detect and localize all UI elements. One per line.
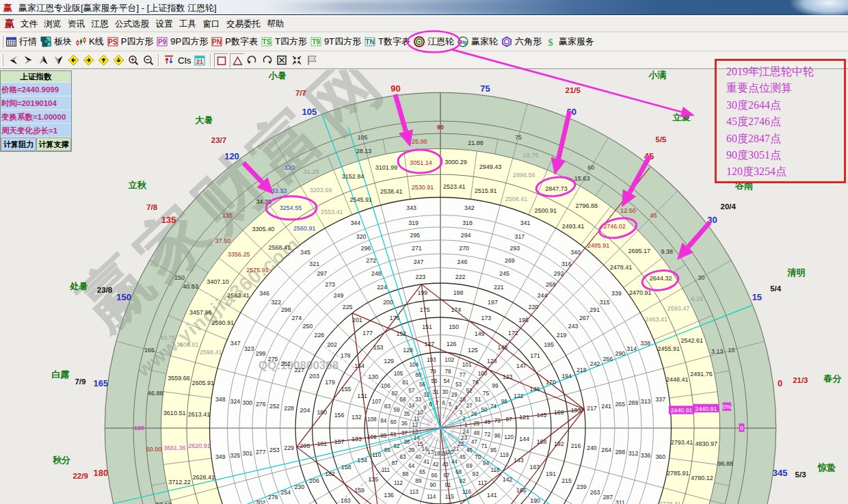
- menu-item-5[interactable]: 公式选股: [115, 18, 149, 30]
- box-x-icon[interactable]: [276, 55, 288, 66]
- diamond-right-icon[interactable]: [83, 55, 94, 66]
- svg-text:50.00: 50.00: [146, 446, 162, 453]
- zoom-out-icon[interactable]: [143, 55, 155, 66]
- svg-text:114: 114: [427, 494, 436, 500]
- pn-icon: PN: [211, 36, 223, 47]
- toolbar-button-9P四方形[interactable]: P99P四方形: [157, 36, 208, 48]
- svg-text:265: 265: [615, 401, 625, 408]
- triangle-icon[interactable]: [230, 53, 244, 68]
- svg-text:2: 2: [462, 416, 466, 422]
- svg-text:270: 270: [459, 245, 469, 252]
- svg-text:115: 115: [445, 494, 454, 500]
- svg-text:21.88: 21.88: [468, 140, 483, 146]
- toolbar-button-9T四方形[interactable]: T99T四方形: [310, 36, 361, 48]
- calc-support-button[interactable]: 计算支撑: [36, 137, 71, 151]
- rotate-ccw-icon[interactable]: [246, 55, 258, 66]
- svg-text:220: 220: [529, 304, 539, 310]
- toolbar-button-赢家轮[interactable]: Big赢家轮: [458, 36, 498, 48]
- toolbar-button-T四方形[interactable]: TST四方形: [261, 36, 307, 48]
- svg-text:171: 171: [530, 352, 540, 359]
- zoom-in-icon[interactable]: [128, 55, 140, 66]
- svg-text:252: 252: [269, 403, 280, 410]
- next-icon[interactable]: [23, 55, 34, 66]
- prev-icon[interactable]: [8, 55, 19, 66]
- menu-item-4[interactable]: 江恩: [92, 18, 109, 30]
- toolbar-grip: [1, 36, 3, 48]
- svg-text:30: 30: [442, 389, 449, 395]
- svg-text:348: 348: [215, 396, 226, 403]
- cls-button[interactable]: Cls: [178, 55, 191, 66]
- svg-text:157: 157: [334, 438, 345, 445]
- svg-text:3203.69: 3203.69: [310, 187, 332, 194]
- menu-item-8[interactable]: 窗口: [203, 18, 220, 30]
- svg-text:170: 170: [546, 379, 556, 386]
- updown-icon[interactable]: [163, 55, 175, 66]
- calendar-icon[interactable]: 21: [194, 55, 206, 66]
- svg-text:301: 301: [243, 450, 253, 457]
- menu-item-3[interactable]: 资讯: [68, 18, 85, 30]
- menu-item-6[interactable]: 设置: [156, 18, 173, 30]
- svg-text:2593.47: 2593.47: [667, 305, 690, 312]
- toolbar-button-赢家服务[interactable]: $赢家服务: [545, 36, 594, 48]
- svg-text:229: 229: [284, 445, 294, 451]
- diamond-up-icon[interactable]: [98, 55, 109, 66]
- menu-item-9[interactable]: 交易委托: [226, 18, 261, 30]
- square-icon[interactable]: [214, 53, 228, 68]
- toolbar-button-P四方形[interactable]: PSP四方形: [107, 36, 154, 48]
- svg-text:312: 312: [628, 450, 639, 457]
- flag-icon[interactable]: [306, 55, 318, 66]
- svg-text:173: 173: [481, 315, 492, 321]
- svg-text:P9: P9: [158, 38, 167, 46]
- svg-text:247: 247: [414, 258, 424, 265]
- svg-text:处暑: 处暑: [69, 281, 88, 291]
- svg-text:57: 57: [408, 388, 415, 394]
- svg-text:白露: 白露: [51, 369, 69, 380]
- svg-text:241: 241: [601, 403, 611, 410]
- toolbar-button-P数字表[interactable]: PNP数字表: [211, 36, 258, 48]
- rotate-cw-icon[interactable]: [261, 55, 273, 66]
- svg-text:0: 0: [740, 425, 743, 432]
- menu-item-10[interactable]: 帮助: [267, 18, 284, 30]
- svg-text:26: 26: [471, 411, 478, 417]
- svg-text:5/3: 5/3: [795, 470, 806, 479]
- svg-text:206: 206: [309, 477, 319, 484]
- toolbar-button-label: 9T四方形: [324, 36, 361, 48]
- toolbar-button-江恩轮[interactable]: 江恩轮: [414, 36, 454, 48]
- svg-text:3254.55: 3254.55: [280, 204, 302, 211]
- svg-text:3712.22: 3712.22: [168, 479, 191, 486]
- diamond-down-icon[interactable]: [113, 55, 124, 66]
- center-arrows-icon[interactable]: [291, 55, 303, 66]
- svg-text:46: 46: [466, 447, 473, 453]
- svg-text:2583.41: 2583.41: [227, 292, 250, 299]
- svg-text:74: 74: [490, 403, 497, 410]
- svg-text:217: 217: [587, 405, 597, 412]
- svg-text:小暑: 小暑: [268, 70, 287, 81]
- tri-up-icon[interactable]: [38, 55, 49, 66]
- toolbar-button-T数字表[interactable]: TNT数字表: [365, 36, 410, 48]
- toolbar-button-板块[interactable]: 板块: [40, 36, 72, 48]
- toolbar-button-label: T数字表: [378, 36, 410, 48]
- tri-down-icon[interactable]: [53, 55, 64, 66]
- calc-resistance-button[interactable]: 计算阻力: [1, 137, 36, 151]
- svg-text:2847.73: 2847.73: [545, 185, 568, 192]
- toolbar-button-行情[interactable]: 行情: [5, 36, 37, 48]
- toolbar-button-K线[interactable]: K线: [75, 36, 104, 48]
- svg-text:119: 119: [500, 452, 509, 458]
- menu-item-7[interactable]: 工具: [179, 18, 196, 30]
- toolbar-button-六角形[interactable]: 六角形: [501, 36, 542, 48]
- svg-text:168: 168: [537, 438, 547, 445]
- diamond-left-icon[interactable]: [68, 55, 79, 66]
- menu-item-2[interactable]: 浏览: [44, 18, 62, 30]
- svg-text:3051.14: 3051.14: [410, 159, 432, 166]
- menu-item-1[interactable]: 文件: [21, 18, 38, 30]
- svg-text:118: 118: [491, 467, 500, 473]
- svg-text:2778.41: 2778.41: [659, 501, 681, 504]
- grid-icon: [5, 36, 17, 47]
- svg-text:253: 253: [269, 447, 280, 453]
- annotation-note-box: 2019年江恩轮中轮重要点位测算30度2644点45度2746点60度2847点…: [715, 59, 846, 183]
- svg-text:70: 70: [475, 454, 481, 460]
- svg-text:2746.02: 2746.02: [603, 223, 626, 230]
- svg-text:2491.76: 2491.76: [690, 371, 713, 377]
- note-line-6: 90度3051点: [726, 147, 844, 163]
- svg-text:2785.91: 2785.91: [667, 470, 689, 477]
